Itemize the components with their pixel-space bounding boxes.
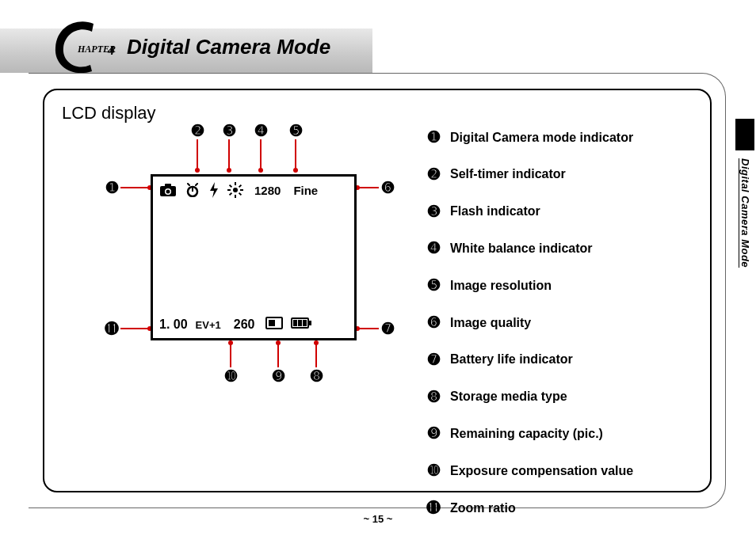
legend-list: ➊Digital Camera mode indicator ➋Self-tim… bbox=[425, 119, 633, 526]
storage-media-icon bbox=[265, 317, 283, 333]
svg-rect-10 bbox=[240, 189, 243, 191]
leader bbox=[358, 187, 379, 188]
legend-item: ➑Storage media type bbox=[425, 378, 633, 416]
leader-tick bbox=[195, 168, 200, 173]
section-box: LCD display ➋ ➌ ➍ ➎ ➊ ⓫ ➏ ➐ ➓ ➒ ➑ bbox=[43, 89, 712, 492]
image-quality-value: Fine bbox=[293, 184, 318, 197]
image-resolution-value: 1280 bbox=[254, 184, 281, 197]
callout-4: ➍ bbox=[252, 122, 269, 139]
svg-rect-21 bbox=[303, 320, 307, 326]
chapter-icon: HAPTER 4 bbox=[46, 16, 117, 78]
legend-item: ➓Exposure compensation value bbox=[425, 452, 633, 489]
legend-item: ➏Image quality bbox=[425, 304, 633, 341]
lcd-diagram: ➋ ➌ ➍ ➎ ➊ ⓫ ➏ ➐ ➓ ➒ ➑ bbox=[103, 122, 396, 391]
chapter-title: Digital Camera Mode bbox=[127, 35, 330, 59]
leader bbox=[277, 344, 279, 367]
callout-11: ⓫ bbox=[103, 320, 120, 337]
leader bbox=[230, 344, 231, 367]
leader-tick bbox=[314, 340, 319, 345]
lcd-top-row: 1280 Fine bbox=[153, 177, 354, 203]
self-timer-icon bbox=[185, 183, 200, 197]
ev-value: EV+1 bbox=[196, 319, 221, 331]
leader bbox=[197, 139, 198, 169]
legend-item: ➋Self-timer indicator bbox=[425, 156, 633, 193]
white-balance-icon bbox=[227, 182, 243, 198]
remaining-capacity-value: 260 bbox=[234, 317, 255, 332]
legend-item: ➍White balance indicator bbox=[425, 230, 633, 267]
leader bbox=[120, 187, 149, 188]
callout-5: ➎ bbox=[287, 122, 304, 139]
callout-3: ➌ bbox=[220, 122, 238, 139]
leader-tick bbox=[227, 168, 231, 173]
callout-2: ➋ bbox=[189, 122, 206, 139]
page-number: ~ 15 ~ bbox=[0, 513, 756, 525]
svg-rect-11 bbox=[229, 184, 232, 188]
zoom-ratio-value: 1. 00 bbox=[159, 317, 188, 332]
lcd-bottom-row: 1. 00 EV+1 260 bbox=[153, 311, 354, 338]
leader bbox=[315, 344, 317, 367]
svg-rect-9 bbox=[227, 189, 231, 191]
leader bbox=[260, 139, 262, 169]
svg-rect-2 bbox=[165, 184, 171, 188]
callout-8: ➑ bbox=[307, 367, 325, 385]
legend-item: ➌Flash indicator bbox=[425, 193, 633, 230]
svg-rect-8 bbox=[235, 195, 236, 198]
leader-tick bbox=[293, 168, 298, 173]
leader bbox=[358, 328, 379, 329]
legend-item: ➐Battery life indicator bbox=[425, 341, 633, 378]
svg-rect-18 bbox=[309, 321, 311, 325]
svg-rect-12 bbox=[239, 192, 242, 196]
svg-rect-7 bbox=[235, 182, 236, 185]
camera-icon bbox=[159, 183, 177, 197]
lcd-frame: 1280 Fine 1. 00 EV+1 260 bbox=[151, 174, 357, 340]
callout-6: ➏ bbox=[379, 179, 396, 196]
callout-9: ➒ bbox=[269, 367, 287, 385]
battery-icon bbox=[291, 317, 311, 332]
svg-point-6 bbox=[233, 188, 238, 192]
leader bbox=[295, 139, 296, 169]
leader bbox=[228, 139, 230, 169]
chapter-number: 4 bbox=[107, 43, 115, 58]
leader-tick bbox=[258, 168, 263, 173]
leader-tick bbox=[276, 340, 281, 345]
svg-rect-20 bbox=[298, 320, 302, 326]
leader bbox=[120, 328, 149, 329]
side-section-label: Digital Camera Mode bbox=[739, 158, 751, 268]
svg-rect-19 bbox=[293, 320, 297, 326]
legend-item: ➎Image resolution bbox=[425, 267, 633, 304]
leader-tick bbox=[228, 340, 233, 345]
callout-1: ➊ bbox=[103, 179, 120, 196]
svg-rect-13 bbox=[239, 184, 242, 188]
svg-point-4 bbox=[166, 190, 170, 194]
flash-icon bbox=[208, 182, 220, 198]
svg-rect-16 bbox=[269, 320, 275, 326]
svg-rect-14 bbox=[229, 192, 232, 196]
legend-item: ➊Digital Camera mode indicator bbox=[425, 119, 633, 156]
side-thumb-tab bbox=[735, 119, 754, 150]
legend-item: ➒Remaining capacity (pic.) bbox=[425, 415, 633, 452]
callout-7: ➐ bbox=[379, 320, 396, 337]
callout-10: ➓ bbox=[222, 367, 239, 385]
